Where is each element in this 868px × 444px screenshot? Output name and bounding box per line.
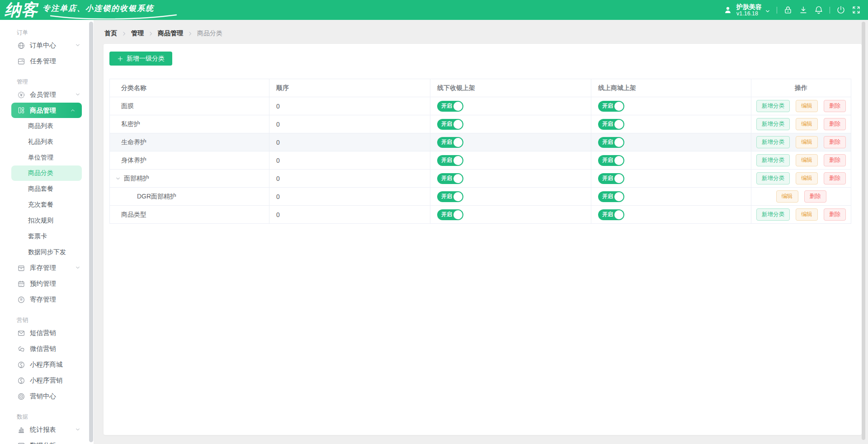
sidebar-item-product-management[interactable]: 商品管理 (11, 103, 82, 118)
page-scrollbar[interactable] (862, 22, 865, 440)
toggle-state-label: 开启 (602, 138, 613, 146)
online-toggle[interactable]: 开启 (598, 101, 624, 112)
sidebar-subitem[interactable]: 单位管理 (0, 150, 94, 165)
add-subcategory-button[interactable]: 新增分类 (756, 172, 790, 184)
toggle-knob (614, 138, 623, 147)
edit-button[interactable]: 编辑 (796, 118, 818, 130)
user-avatar-icon (723, 5, 733, 15)
chevron-down-icon[interactable] (764, 8, 771, 14)
sidebar-subitem[interactable]: 数据同步下发 (0, 244, 94, 260)
sidebar-scrollbar[interactable] (89, 22, 93, 442)
sidebar-subitem[interactable]: 商品列表 (0, 118, 94, 134)
breadcrumb-item[interactable]: 首页 (104, 29, 117, 38)
edit-button[interactable]: 编辑 (776, 190, 798, 203)
edit-button[interactable]: 编辑 (796, 172, 818, 184)
sidebar-subitem[interactable]: 商品分类 (11, 165, 82, 181)
header-divider (830, 7, 830, 14)
sidebar-subitem[interactable]: 商品套餐 (0, 181, 94, 197)
offline-toggle[interactable]: 开启 (437, 155, 463, 166)
sidebar-item-task-management[interactable]: 任务管理 (0, 53, 94, 69)
edit-button[interactable]: 编辑 (796, 136, 818, 148)
offline-toggle[interactable]: 开启 (437, 101, 463, 112)
fullscreen-icon[interactable] (851, 5, 861, 15)
sidebar-item-label: 营销中心 (30, 392, 56, 401)
sidebar-item-order-center[interactable]: 订单中心 (0, 38, 94, 53)
target-icon (17, 392, 25, 401)
breadcrumb-item[interactable]: 管理 (131, 29, 144, 38)
breadcrumb-item[interactable]: 商品管理 (158, 29, 183, 38)
sidebar-item-member-management[interactable]: 会员管理 (0, 87, 94, 103)
sidebar-subitem[interactable]: 套票卡 (0, 228, 94, 244)
toggle-knob (453, 174, 462, 183)
add-subcategory-button[interactable]: 新增分类 (756, 208, 790, 221)
actions-cell: 新增分类编辑删除 (751, 151, 851, 169)
sidebar-item-data-analysis[interactable]: 数据分析 (0, 438, 94, 444)
expand-chevron-icon[interactable] (115, 176, 121, 181)
app-logo: 纳客 (5, 0, 38, 20)
category-name-cell: 商品类型 (110, 206, 269, 223)
download-icon[interactable] (798, 5, 808, 15)
online-toggle[interactable]: 开启 (598, 173, 624, 184)
delete-button[interactable]: 删除 (824, 154, 846, 166)
add-top-category-button[interactable]: 新增一级分类 (109, 52, 172, 66)
toggle-knob (453, 102, 462, 111)
sidebar-item-label: 商品管理 (30, 106, 56, 115)
offline-toggle[interactable]: 开启 (437, 137, 463, 148)
sidebar-item-inventory-management[interactable]: 库存管理 (0, 260, 94, 276)
sidebar-item-wechat-marketing[interactable]: 微信营销 (0, 341, 94, 357)
toggle-knob (453, 138, 462, 147)
delete-button[interactable]: 删除 (824, 136, 846, 148)
edit-button[interactable]: 编辑 (796, 100, 818, 112)
offline-toggle[interactable]: 开启 (437, 209, 463, 220)
column-header: 操作 (751, 79, 851, 97)
order-cell: 0 (269, 133, 430, 151)
add-subcategory-button[interactable]: 新增分类 (756, 136, 790, 148)
online-toggle[interactable]: 开启 (598, 209, 624, 220)
actions-cell: 编辑删除 (751, 188, 851, 205)
delete-button[interactable]: 删除 (824, 100, 846, 112)
table-row: 生命养护0开启开启新增分类编辑删除 (110, 133, 851, 151)
sidebar-item-label: 寄存管理 (30, 295, 56, 304)
edit-button[interactable]: 编辑 (796, 154, 818, 166)
sidebar-item-deposit-management[interactable]: 寄寄存管理 (0, 292, 94, 307)
edit-button[interactable]: 编辑 (796, 208, 818, 221)
bell-icon[interactable] (814, 5, 824, 15)
sidebar-item-miniprogram-marketing[interactable]: 小程序营销 (0, 373, 94, 388)
sidebar-subitem[interactable]: 扣次规则 (0, 213, 94, 228)
online-toggle[interactable]: 开启 (598, 119, 624, 130)
delete-button[interactable]: 删除 (824, 172, 846, 184)
sidebar-item-statistics-report[interactable]: 统计报表 (0, 422, 94, 438)
delete-button[interactable]: 删除 (824, 118, 846, 130)
add-subcategory-button[interactable]: 新增分类 (756, 100, 790, 112)
app-tagline: 专注单店、小连锁的收银系统 (42, 3, 154, 14)
toggle-knob (614, 174, 623, 183)
online-toggle[interactable]: 开启 (598, 137, 624, 148)
order-cell: 0 (269, 115, 430, 133)
online-toggle[interactable]: 开启 (598, 155, 624, 166)
add-subcategory-button[interactable]: 新增分类 (756, 118, 790, 130)
actions-cell: 新增分类编辑删除 (751, 115, 851, 133)
table-row: 私密护0开启开启新增分类编辑删除 (110, 115, 851, 133)
sidebar-item-reservation-management[interactable]: 预约管理 (0, 276, 94, 292)
offline-toggle-cell: 开启 (430, 115, 591, 133)
offline-toggle[interactable]: 开启 (437, 119, 463, 130)
add-subcategory-button[interactable]: 新增分类 (756, 154, 790, 166)
monitor-icon (17, 442, 25, 444)
delete-button[interactable]: 删除 (824, 208, 846, 221)
inventory-icon (17, 264, 25, 272)
sidebar-item-marketing-center[interactable]: 营销中心 (0, 388, 94, 404)
sidebar-subitem[interactable]: 充次套餐 (0, 197, 94, 213)
category-table: 分类名称顺序线下收银上架线上商城上架操作 面膜0开启开启新增分类编辑删除私密护0… (109, 79, 851, 224)
offline-toggle[interactable]: 开启 (437, 191, 463, 202)
chevron-right-icon (121, 31, 127, 37)
sidebar-item-sms-marketing[interactable]: 短信营销 (0, 325, 94, 341)
online-toggle[interactable]: 开启 (598, 191, 624, 202)
category-name-cell: 私密护 (110, 115, 269, 133)
offline-toggle[interactable]: 开启 (437, 173, 463, 184)
delete-button[interactable]: 删除 (804, 190, 826, 203)
power-icon[interactable] (836, 5, 846, 15)
user-menu[interactable]: 护肤美容 v1.16.18 (736, 3, 762, 17)
sidebar-subitem[interactable]: 礼品列表 (0, 134, 94, 150)
lock-icon[interactable] (783, 5, 793, 15)
sidebar-item-miniprogram-mall[interactable]: 小程序商城 (0, 357, 94, 373)
